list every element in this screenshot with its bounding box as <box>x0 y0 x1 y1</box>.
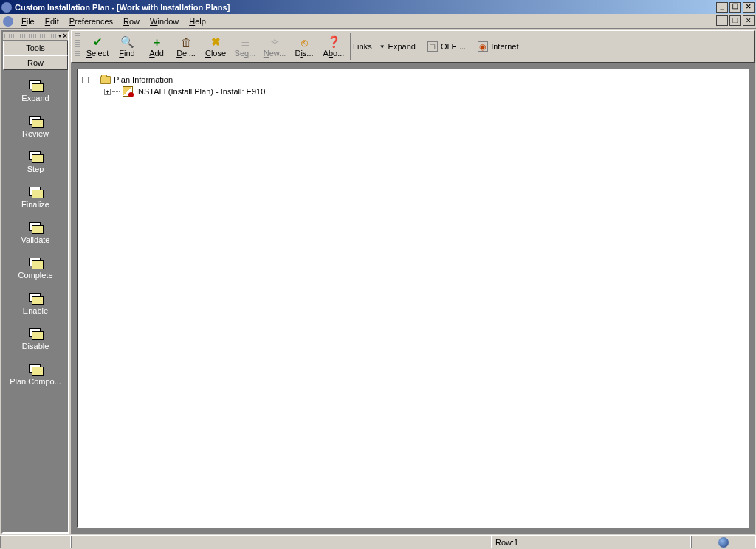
new-icon: ✧ <box>260 35 289 49</box>
minimize-button[interactable]: _ <box>716 2 728 13</box>
status-row: Row:1 <box>492 536 691 548</box>
status-globe <box>691 536 756 548</box>
sidebar-tab-tools[interactable]: Tools <box>3 41 68 55</box>
tree-child-row[interactable]: + INSTALL(Install Plan) - Install: E910 <box>82 86 743 97</box>
toolbar-new: ✧New... <box>260 34 289 59</box>
displace-icon: ⎋ <box>289 35 319 49</box>
menu-file[interactable]: File <box>16 15 40 27</box>
app-icon <box>1 2 12 13</box>
status-cell-1 <box>0 536 71 548</box>
statusbar: Row:1 <box>0 535 756 549</box>
toolbar-grip[interactable] <box>75 33 80 60</box>
toolbar-close[interactable]: ✖Close <box>201 34 230 59</box>
window-controls: _ ❐ ✕ <box>716 2 756 13</box>
mdi-window-controls: _ ❐ ✕ <box>716 15 755 26</box>
stack-icon <box>27 221 44 232</box>
menubar-app-icon <box>3 16 13 27</box>
toolbar: ✔Select 🔍Find ＋Add 🗑Del... ✖Close ≣Seq..… <box>71 30 755 63</box>
ole-icon: □ <box>427 41 438 52</box>
tree-root-row[interactable]: − Plan Information <box>82 74 743 86</box>
toolbar-internet[interactable]: ◉ Internet <box>473 41 523 52</box>
globe-icon <box>718 537 729 548</box>
find-icon: 🔍 <box>112 35 142 49</box>
menu-row[interactable]: Row <box>118 15 145 27</box>
tree-view[interactable]: − Plan Information + INSTALL(Install Pla… <box>77 69 749 528</box>
toolbar-separator <box>350 33 351 60</box>
toolbar-links-label: Links <box>353 42 372 51</box>
plus-icon: ＋ <box>142 35 171 49</box>
sidebar-action-disable[interactable]: Disable <box>3 324 68 358</box>
sidebar-action-expand[interactable]: Expand <box>3 76 68 110</box>
sidebar: ▾ × Tools Row Expand Review Step Finaliz… <box>1 30 69 534</box>
titlebar: Custom Installation Plan - [Work with In… <box>0 0 756 14</box>
toolbar-dis[interactable]: ⎋Dis... <box>289 34 319 59</box>
toolbar-add[interactable]: ＋Add <box>142 34 171 59</box>
window-title: Custom Installation Plan - [Work with In… <box>15 3 716 12</box>
tree-child-label: INSTALL(Install Plan) - Install: E910 <box>136 87 265 96</box>
sidebar-action-finalize[interactable]: Finalize <box>3 182 68 216</box>
chevron-down-icon: ▼ <box>379 44 385 50</box>
close-button[interactable]: ✕ <box>743 2 755 13</box>
sidebar-grip[interactable]: ▾ × <box>3 32 68 41</box>
toolbar-seq: ≣Seq... <box>230 34 260 59</box>
stack-icon <box>27 185 44 197</box>
stack-icon <box>27 256 44 268</box>
sidebar-action-complete[interactable]: Complete <box>3 253 68 287</box>
menu-preferences[interactable]: Preferences <box>64 15 118 27</box>
stack-icon <box>27 79 44 91</box>
sidebar-action-enable[interactable]: Enable <box>3 289 68 322</box>
plan-item-icon <box>123 86 133 97</box>
menu-help[interactable]: Help <box>184 15 211 27</box>
internet-icon: ◉ <box>478 41 488 52</box>
menu-window[interactable]: Window <box>145 15 184 27</box>
sidebar-action-plan-compo[interactable]: Plan Compo... <box>3 359 68 393</box>
mdi-maximize-button[interactable]: ❐ <box>729 15 741 26</box>
sidebar-body: Expand Review Step Finalize Validate Com… <box>3 70 68 532</box>
sidebar-collapse-icon: ▾ <box>58 32 61 39</box>
stack-icon <box>27 327 44 339</box>
workarea: ✔Select 🔍Find ＋Add 🗑Del... ✖Close ≣Seq..… <box>71 30 755 534</box>
toolbar-expand-dropdown[interactable]: ▼ Expand <box>375 42 420 51</box>
sidebar-action-validate[interactable]: Validate <box>3 218 68 252</box>
tree-collapse-toggle[interactable]: − <box>82 77 89 83</box>
toolbar-delete[interactable]: 🗑Del... <box>171 34 201 59</box>
folder-open-icon <box>100 76 111 84</box>
sidebar-action-step[interactable]: Step <box>3 147 68 181</box>
stack-icon <box>27 291 44 303</box>
tree-root-label: Plan Information <box>114 75 173 84</box>
status-cell-main <box>71 536 492 548</box>
toolbar-select[interactable]: ✔Select <box>83 34 112 59</box>
stack-icon <box>27 114 44 126</box>
content-frame: − Plan Information + INSTALL(Install Pla… <box>71 63 755 534</box>
check-icon: ✔ <box>83 35 112 49</box>
sidebar-action-review[interactable]: Review <box>3 111 68 145</box>
sidebar-close-icon[interactable]: × <box>63 32 67 40</box>
tree-expand-toggle[interactable]: + <box>104 89 111 95</box>
stack-icon <box>27 362 44 374</box>
sidebar-tab-row[interactable]: Row <box>3 55 68 70</box>
menu-edit[interactable]: Edit <box>40 15 64 27</box>
toolbar-ole[interactable]: □ OLE ... <box>423 41 470 52</box>
toolbar-find[interactable]: 🔍Find <box>112 34 142 59</box>
maximize-button[interactable]: ❐ <box>729 2 741 13</box>
seq-icon: ≣ <box>230 35 260 49</box>
x-icon: ✖ <box>201 35 230 49</box>
mdi-minimize-button[interactable]: _ <box>716 15 728 26</box>
about-icon: ❓ <box>319 35 348 49</box>
toolbar-abo[interactable]: ❓Abo... <box>319 34 348 59</box>
stack-icon <box>27 150 44 162</box>
mdi-close-button[interactable]: ✕ <box>743 15 755 26</box>
menubar: File Edit Preferences Row Window Help _ … <box>0 14 756 29</box>
trash-icon: 🗑 <box>171 35 201 49</box>
